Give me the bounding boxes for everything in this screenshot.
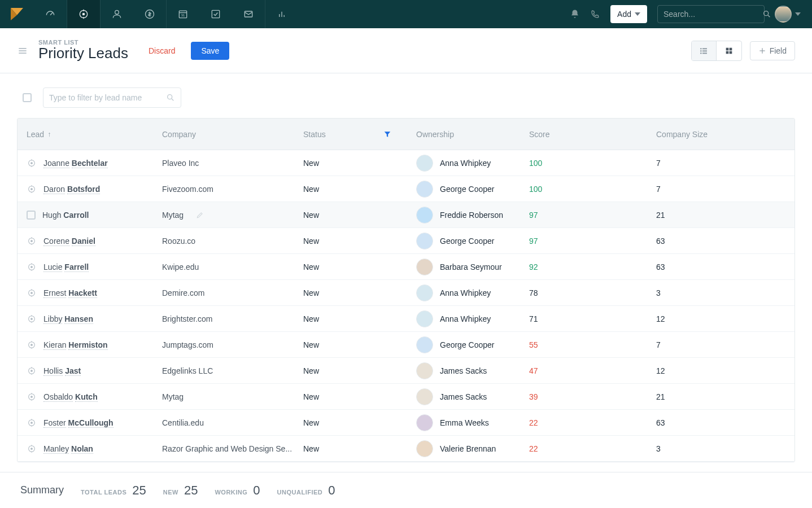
- owner-name: Anna Whipkey: [440, 314, 491, 323]
- col-score[interactable]: Score: [520, 130, 647, 139]
- stat-total-leads: TOTAL LEADS 25: [81, 483, 146, 498]
- lead-name[interactable]: Libby Hansen: [43, 314, 93, 323]
- nav-inbox[interactable]: [232, 0, 265, 28]
- user-menu[interactable]: [775, 6, 801, 23]
- table-row[interactable]: Libby HansenBrightster.comNewAnna Whipke…: [18, 306, 794, 332]
- lead-name[interactable]: Manley Nolan: [43, 444, 93, 453]
- table-row[interactable]: Ernest HackettDemire.comNewAnna Whipkey7…: [18, 280, 794, 306]
- add-button[interactable]: Add: [610, 5, 647, 23]
- table-row[interactable]: Hugh CarrollMytagNewFreddie Roberson9721: [18, 202, 794, 228]
- nav-deals[interactable]: [133, 0, 166, 28]
- cell-lead: Corene Daniel: [18, 236, 153, 246]
- lead-name[interactable]: Lucie Farrell: [43, 262, 89, 271]
- cell-company: Kwipe.edu: [153, 262, 294, 271]
- filter-icon[interactable]: [383, 130, 391, 138]
- save-button[interactable]: Save: [191, 42, 229, 60]
- svg-rect-13: [245, 11, 252, 17]
- table-row[interactable]: Daron BotsfordFivezoom.comNewGeorge Coop…: [18, 176, 794, 202]
- table-row[interactable]: Kieran HermistonJumptags.comNewGeorge Co…: [18, 332, 794, 358]
- svg-rect-25: [702, 48, 707, 49]
- lead-type-icon: [27, 366, 37, 376]
- app-logo[interactable]: [0, 0, 34, 28]
- nav-dashboard[interactable]: [34, 0, 67, 28]
- phone-icon[interactable]: [590, 9, 600, 19]
- owner-name: George Cooper: [440, 185, 495, 194]
- cell-score: 47: [520, 366, 647, 375]
- sidebar-toggle[interactable]: [17, 45, 28, 56]
- nav-tasks[interactable]: [199, 0, 232, 28]
- cell-score: 100: [520, 185, 647, 194]
- cell-company: Edgelinks LLC: [153, 366, 294, 375]
- lead-name[interactable]: Osbaldo Kutch: [43, 392, 98, 401]
- cell-company-size: 21: [647, 211, 794, 220]
- col-ownership[interactable]: Ownership: [407, 130, 520, 139]
- lead-type-icon: [27, 158, 37, 168]
- table-header: Lead ↑ Company Status Ownership Score Co…: [18, 119, 794, 150]
- lead-name[interactable]: Daron Botsford: [43, 185, 100, 194]
- svg-line-2: [50, 13, 53, 15]
- filter-row: [17, 87, 795, 108]
- cell-status: New: [294, 159, 407, 168]
- svg-rect-32: [726, 51, 728, 54]
- svg-point-7: [115, 10, 119, 14]
- lead-name[interactable]: Hugh Carroll: [42, 211, 89, 220]
- cell-ownership: Valerie Brennan: [407, 440, 520, 457]
- owner-avatar: [416, 284, 433, 301]
- page-title: Priority Leads: [38, 45, 128, 62]
- row-checkbox[interactable]: [27, 211, 36, 220]
- global-search[interactable]: [657, 5, 765, 23]
- select-all-checkbox[interactable]: [23, 93, 32, 102]
- nav-calendar[interactable]: 31: [167, 0, 199, 28]
- cell-company-size: 3: [647, 444, 794, 453]
- page-header: SMART LIST Priority Leads Discard Save F…: [0, 28, 812, 73]
- cell-status: New: [294, 366, 407, 375]
- table-row[interactable]: Foster McCulloughCentilia.eduNewEmma Wee…: [18, 410, 794, 436]
- owner-name: Barbara Seymour: [440, 262, 502, 271]
- lead-name[interactable]: Kieran Hermiston: [43, 340, 108, 349]
- summary-bar: Summary TOTAL LEADS 25 NEW 25 WORKING 0 …: [0, 472, 812, 508]
- edit-icon[interactable]: [196, 211, 204, 219]
- svg-rect-24: [700, 48, 702, 49]
- nav-contacts[interactable]: [101, 0, 133, 28]
- col-status[interactable]: Status: [294, 130, 407, 139]
- add-field-button[interactable]: Field: [750, 41, 795, 60]
- table-row[interactable]: Corene DanielRoozu.coNewGeorge Cooper976…: [18, 228, 794, 254]
- lead-name[interactable]: Hollis Jast: [43, 366, 81, 375]
- table-row[interactable]: Hollis JastEdgelinks LLCNewJames Sacks47…: [18, 358, 794, 384]
- col-company[interactable]: Company: [153, 130, 294, 139]
- owner-name: Anna Whipkey: [440, 159, 491, 168]
- cell-ownership: Barbara Seymour: [407, 259, 520, 275]
- global-search-input[interactable]: [663, 10, 762, 19]
- view-list[interactable]: [692, 41, 717, 60]
- table-row[interactable]: Lucie FarrellKwipe.eduNewBarbara Seymour…: [18, 254, 794, 280]
- stat-new: NEW 25: [163, 483, 198, 498]
- view-grid[interactable]: [717, 41, 741, 60]
- svg-rect-29: [702, 52, 707, 54]
- owner-avatar: [416, 310, 433, 327]
- content-area: Lead ↑ Company Status Ownership Score Co…: [0, 73, 812, 508]
- lead-name-filter[interactable]: [43, 87, 181, 108]
- table-row[interactable]: Manley NolanRazor Graphic and Web Design…: [18, 436, 794, 462]
- discard-button[interactable]: Discard: [149, 46, 175, 55]
- cell-ownership: Anna Whipkey: [407, 310, 520, 327]
- cell-company-size: 21: [647, 392, 794, 401]
- table-row[interactable]: Osbaldo KutchMytagNewJames Sacks3921: [18, 384, 794, 410]
- col-lead[interactable]: Lead ↑: [18, 130, 153, 139]
- nav-icons: 31: [34, 0, 298, 28]
- cell-score: 55: [520, 340, 647, 349]
- cell-lead: Manley Nolan: [18, 444, 153, 454]
- table-row[interactable]: Joanne BechtelarPlaveo IncNewAnna Whipke…: [18, 150, 794, 176]
- cell-score: 100: [520, 159, 647, 168]
- lead-name[interactable]: Foster McCullough: [43, 418, 113, 427]
- lead-name[interactable]: Joanne Bechtelar: [43, 159, 108, 168]
- cell-score: 92: [520, 262, 647, 271]
- nav-reports[interactable]: [265, 0, 298, 28]
- view-toggle: [691, 41, 742, 61]
- bell-icon[interactable]: [570, 9, 580, 19]
- lead-name[interactable]: Ernest Hackett: [43, 288, 97, 297]
- lead-name-filter-input[interactable]: [49, 93, 166, 102]
- cell-ownership: Emma Weeks: [407, 414, 520, 431]
- nav-leads[interactable]: [67, 0, 100, 28]
- col-company-size[interactable]: Company Size: [647, 130, 794, 139]
- lead-name[interactable]: Corene Daniel: [43, 237, 95, 246]
